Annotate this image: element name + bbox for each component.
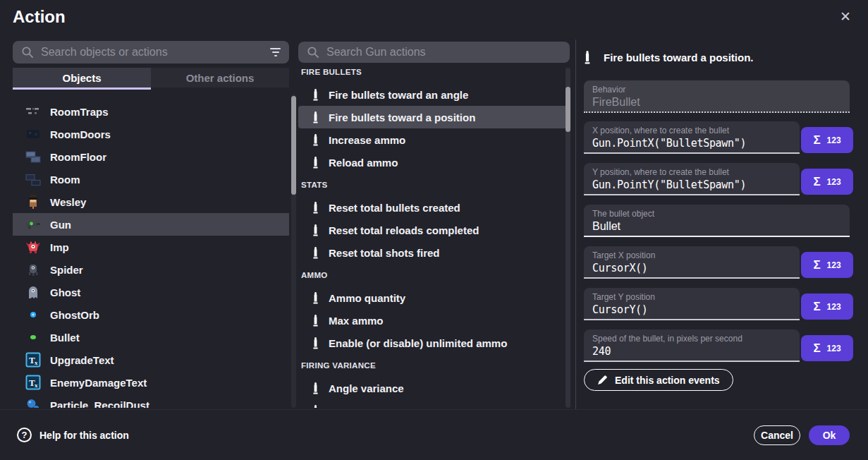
filter-icon[interactable] [270,48,281,56]
object-row-room[interactable]: Room [13,168,289,190]
expression-editor-button[interactable]: Σ 123 [801,127,853,153]
action-item[interactable]: Reload ammo [298,151,570,174]
field-value: CursorY() [592,303,791,316]
expression-editor-button[interactable]: Σ 123 [801,293,853,320]
object-row-roomfloor[interactable]: RoomFloor [13,145,289,168]
action-item-selected[interactable]: Fire bullets toward a position [298,106,570,128]
sigma-123-label: 123 [827,344,841,353]
object-row-spider[interactable]: Spider [13,258,289,281]
object-row-particle-recoildust[interactable]: Particle_RecoilDust [13,394,289,408]
expression-editor-button[interactable]: Σ 123 [801,335,853,361]
bullet-cartridge-icon [312,157,319,169]
bullet-cartridge-icon [312,134,319,146]
search-objects-input[interactable]: Search objects or actions [13,41,289,63]
help-link[interactable]: ? Help for this action [17,428,129,442]
text-icon: Tx [25,375,41,390]
object-row-wesley[interactable]: Wesley [13,190,289,213]
object-row-enemydamagetext[interactable]: Tx EnemyDamageText [13,371,289,394]
help-icon: ? [17,428,32,442]
bullet-cartridge-icon [312,247,319,259]
edit-action-events-button[interactable]: Edit this action events [584,369,733,391]
sigma-123-label: 123 [827,260,841,270]
bullet-cartridge-icon [312,202,319,214]
search-actions-input[interactable]: Search Gun actions [298,42,570,63]
bullet-object-field[interactable]: The bullet object Bullet [584,205,850,237]
action-item[interactable]: Reset total reloads completed [298,219,570,241]
object-row-bullet[interactable]: Bullet [13,326,289,349]
action-item[interactable]: Ammo quantity [298,286,570,309]
sigma-icon: Σ [813,341,820,356]
sigma-123-label: 123 [827,135,841,145]
ghost-icon [25,284,41,300]
svg-text:x: x [35,382,38,389]
field-label: X position, where to create the bullet [592,126,791,135]
field-label: Behavior [592,85,841,95]
expression-editor-button[interactable]: Σ 123 [801,169,853,195]
particle-icon [25,397,41,408]
x-position-field[interactable]: X position, where to create the bullet G… [584,121,800,154]
sigma-icon: Σ [813,300,820,314]
action-item[interactable]: Angle variance [298,377,570,399]
bullet-cartridge-icon [312,292,319,304]
object-row-upgradetext[interactable]: Tx UpgradeText [13,349,289,371]
action-item[interactable]: Increase ammo [298,128,570,151]
field-bullet-object: The bullet object Bullet [584,205,853,237]
field-speed: Speed of the bullet, in pixels per secon… [584,329,853,362]
field-target-x: Target X position CursorX() Σ 123 [584,246,853,279]
spider-icon [25,262,41,277]
action-item[interactable]: Max ammo [298,309,570,332]
left-tab-bar: Objects Other actions [13,68,289,87]
action-detail-panel: Fire bullets toward a position. Behavior… [584,0,853,409]
y-position-field[interactable]: Y position, where to create the bullet G… [584,163,800,195]
field-value: Gun.PointX("BulletSpawn") [592,137,791,150]
field-x-position: X position, where to create the bullet G… [584,121,853,154]
gun-icon [25,217,41,232]
object-row-gun[interactable]: Gun [13,213,289,236]
panel-divider [575,40,576,409]
search-icon [307,46,319,59]
field-value: Bullet [592,220,841,233]
object-row-ghostorb[interactable]: GhostOrb [13,303,289,326]
object-row-imp[interactable]: Imp [13,236,289,258]
target-y-field[interactable]: Target Y position CursorY() [584,288,800,320]
action-item[interactable]: Reset total bullets created [298,196,570,219]
action-item[interactable]: Fire bullets toward an angle [298,83,570,106]
action-group-header: FIRING VARIANCE [298,354,570,377]
action-item[interactable]: Enable (or disable) unlimited ammo [298,332,570,354]
object-row-ghost[interactable]: Ghost [13,281,289,303]
sigma-123-label: 123 [827,177,841,187]
action-group-header: AMMO [298,264,570,286]
target-x-field[interactable]: Target X position CursorX() [584,246,800,279]
object-row-roomtraps[interactable]: RoomTraps [13,100,289,123]
field-label: The bullet object [592,209,841,219]
action-item-clipped[interactable] [298,399,570,408]
tab-other-actions[interactable]: Other actions [151,68,289,87]
object-row-roomdoors[interactable]: RoomDoors [13,123,289,145]
middle-scrollbar-thumb[interactable] [566,87,570,132]
cancel-button[interactable]: Cancel [754,425,800,445]
bullet-object-icon [25,329,41,345]
pencil-icon [597,375,608,385]
text-icon: Tx [25,352,41,368]
field-label: Speed of the bullet, in pixels per secon… [592,334,791,344]
tab-objects[interactable]: Objects [13,68,151,87]
expression-editor-button[interactable]: Σ 123 [801,252,853,278]
dialog-footer: ? Help for this action Cancel Ok [0,409,868,460]
speed-field[interactable]: Speed of the bullet, in pixels per secon… [584,329,800,362]
bullet-cartridge-icon [312,111,319,123]
left-scrollbar[interactable] [291,95,296,408]
field-value: Gun.PointY("BulletSpawn") [592,178,791,191]
action-item[interactable]: Reset total shots fired [298,241,570,264]
field-target-y: Target Y position CursorY() Σ 123 [584,288,853,320]
action-list: FIRE BULLETS Fire bullets toward an angl… [298,61,570,408]
field-value: CursorX() [592,262,791,274]
search-placeholder: Search objects or actions [41,46,263,59]
bullet-cartridge-icon [312,89,319,101]
bullet-cartridge-icon [312,315,319,327]
search-placeholder: Search Gun actions [326,46,561,59]
sigma-icon: Σ [813,133,820,147]
ok-button[interactable]: Ok [809,425,850,445]
bullet-cartridge-icon [312,337,319,349]
left-scrollbar-thumb[interactable] [291,96,296,195]
middle-scrollbar[interactable] [566,68,570,408]
